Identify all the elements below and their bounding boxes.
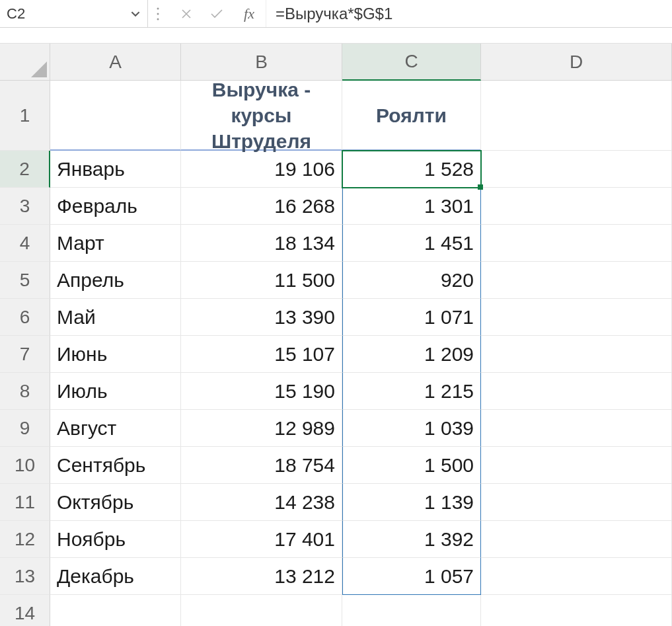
- row-header-11[interactable]: 11: [0, 484, 50, 521]
- fx-icon[interactable]: fx: [235, 5, 263, 22]
- row-header-7[interactable]: 7: [0, 336, 50, 373]
- row-header-9[interactable]: 9: [0, 410, 50, 447]
- svg-point-2: [157, 18, 159, 20]
- row-header-10[interactable]: 10: [0, 447, 50, 484]
- column-header-B[interactable]: B: [181, 44, 342, 81]
- cell-C6[interactable]: 1 071: [342, 299, 481, 336]
- cell-D2[interactable]: [481, 151, 672, 188]
- cell-B2[interactable]: 19 106: [181, 151, 342, 188]
- cell-B13[interactable]: 13 212: [181, 558, 342, 595]
- row-header-2[interactable]: 2: [0, 151, 50, 188]
- cell-D9[interactable]: [481, 410, 672, 447]
- cell-D10[interactable]: [481, 447, 672, 484]
- cell-D13[interactable]: [481, 558, 672, 595]
- cell-B3[interactable]: 16 268: [181, 188, 342, 225]
- name-box-value: C2: [7, 5, 25, 22]
- cell-B1[interactable]: Выручка - курсы Штруделя: [181, 81, 342, 151]
- cell-D6[interactable]: [481, 299, 672, 336]
- cell-D4[interactable]: [481, 225, 672, 262]
- cell-A11[interactable]: Октябрь: [50, 484, 181, 521]
- cell-D5[interactable]: [481, 262, 672, 299]
- cell-D14[interactable]: [481, 595, 672, 626]
- cell-C11[interactable]: 1 139: [342, 484, 481, 521]
- svg-point-0: [157, 7, 159, 9]
- cell-A1[interactable]: [50, 81, 181, 151]
- spreadsheet-app: C2 fx =Выручка*$G$1 A B C D: [0, 0, 672, 626]
- cell-C7[interactable]: 1 209: [342, 336, 481, 373]
- cell-C4[interactable]: 1 451: [342, 225, 481, 262]
- cell-D11[interactable]: [481, 484, 672, 521]
- formula-bar: C2 fx =Выручка*$G$1: [0, 0, 672, 28]
- cell-C13[interactable]: 1 057: [342, 558, 481, 595]
- cell-A8[interactable]: Июль: [50, 373, 181, 410]
- cell-B5[interactable]: 11 500: [181, 262, 342, 299]
- row-header-3[interactable]: 3: [0, 188, 50, 225]
- row-header-8[interactable]: 8: [0, 373, 50, 410]
- cell-D1[interactable]: [481, 81, 672, 151]
- cell-A3[interactable]: Февраль: [50, 188, 181, 225]
- cell-B10[interactable]: 18 754: [181, 447, 342, 484]
- cell-B9[interactable]: 12 989: [181, 410, 342, 447]
- cell-B11[interactable]: 14 238: [181, 484, 342, 521]
- cell-B14[interactable]: [181, 595, 342, 626]
- formula-input[interactable]: =Выручка*$G$1: [266, 0, 672, 27]
- cell-C3[interactable]: 1 301: [342, 188, 481, 225]
- cell-D3[interactable]: [481, 188, 672, 225]
- cell-A10[interactable]: Сентябрь: [50, 447, 181, 484]
- cell-A12[interactable]: Ноябрь: [50, 521, 181, 558]
- cell-B8[interactable]: 15 190: [181, 373, 342, 410]
- cell-A6[interactable]: Май: [50, 299, 181, 336]
- formula-bar-buttons: fx: [168, 0, 266, 27]
- cancel-x-icon[interactable]: [174, 1, 198, 26]
- column-header-C[interactable]: C: [342, 44, 481, 81]
- cell-D8[interactable]: [481, 373, 672, 410]
- column-header-D[interactable]: D: [481, 44, 672, 81]
- cell-A2[interactable]: Январь: [50, 151, 181, 188]
- select-all-corner[interactable]: [0, 44, 50, 81]
- cell-A14[interactable]: [50, 595, 181, 626]
- chevron-down-icon[interactable]: [129, 7, 142, 20]
- cell-C1[interactable]: Роялти: [342, 81, 481, 151]
- column-header-A[interactable]: A: [50, 44, 181, 81]
- row-header-4[interactable]: 4: [0, 225, 50, 262]
- row-header-5[interactable]: 5: [0, 262, 50, 299]
- cell-A7[interactable]: Июнь: [50, 336, 181, 373]
- row-header-12[interactable]: 12: [0, 521, 50, 558]
- row-header-14[interactable]: 14: [0, 595, 50, 626]
- cell-D7[interactable]: [481, 336, 672, 373]
- cell-A9[interactable]: Август: [50, 410, 181, 447]
- svg-point-1: [157, 13, 159, 15]
- separator-dots-icon: [148, 0, 168, 27]
- cell-B12[interactable]: 17 401: [181, 521, 342, 558]
- cell-A4[interactable]: Март: [50, 225, 181, 262]
- cell-C8[interactable]: 1 215: [342, 373, 481, 410]
- worksheet-grid[interactable]: A B C D 1 Выручка - курсы Штруделя Роялт…: [0, 44, 672, 626]
- cell-B6[interactable]: 13 390: [181, 299, 342, 336]
- cell-B7[interactable]: 15 107: [181, 336, 342, 373]
- cell-C10[interactable]: 1 500: [342, 447, 481, 484]
- cell-C12[interactable]: 1 392: [342, 521, 481, 558]
- row-header-13[interactable]: 13: [0, 558, 50, 595]
- name-box[interactable]: C2: [0, 0, 148, 27]
- spacer: [0, 28, 672, 44]
- formula-text: =Выручка*$G$1: [276, 5, 392, 23]
- cell-C5[interactable]: 920: [342, 262, 481, 299]
- cell-D12[interactable]: [481, 521, 672, 558]
- row-header-6[interactable]: 6: [0, 299, 50, 336]
- enter-check-icon[interactable]: [205, 1, 229, 26]
- cell-A13[interactable]: Декабрь: [50, 558, 181, 595]
- cell-C2[interactable]: 1 528: [342, 151, 481, 188]
- cell-A5[interactable]: Апрель: [50, 262, 181, 299]
- cell-B4[interactable]: 18 134: [181, 225, 342, 262]
- cell-C9[interactable]: 1 039: [342, 410, 481, 447]
- cell-C14[interactable]: [342, 595, 481, 626]
- row-header-1[interactable]: 1: [0, 81, 50, 151]
